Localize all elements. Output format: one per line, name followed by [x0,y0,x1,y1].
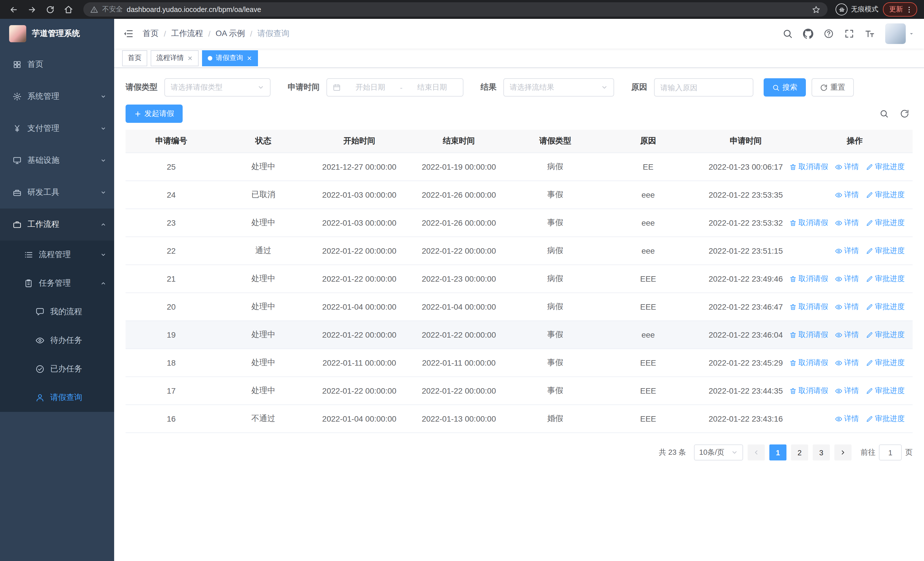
tab-process-detail[interactable]: 流程详情 [151,50,199,66]
tab-home[interactable]: 首页 [122,50,147,66]
approval-progress-link[interactable]: 审批进度 [866,274,904,284]
approval-progress-link[interactable]: 审批进度 [866,329,904,340]
sidebar-item-workflow[interactable]: 工作流程 [0,209,114,241]
cancel-leave-link[interactable]: 取消请假 [789,358,828,368]
table-row[interactable]: 18 处理中 2022-01-11 00:00:00 2022-01-11 00… [126,349,913,377]
filter-form: 请假类型 请选择请假类型 申请时间 开始日期 - 结束日期 [126,78,913,96]
detail-link[interactable]: 详情 [835,329,859,340]
breadcrumb-oa-example[interactable]: OA 示例 [216,29,245,39]
reset-button[interactable]: 重置 [812,78,854,96]
close-icon[interactable] [187,55,193,61]
forward-button[interactable] [25,3,39,16]
detail-link[interactable]: 详情 [835,218,859,228]
sidebar-item-done-tasks[interactable]: 已办任务 [0,355,114,384]
create-leave-button[interactable]: 发起请假 [126,105,183,123]
detail-link[interactable]: 详情 [835,386,859,396]
page-button-1[interactable]: 1 [770,444,786,460]
detail-link[interactable]: 详情 [835,302,859,312]
prev-page-button[interactable] [748,444,765,460]
table-row[interactable]: 22 通过 2022-01-22 00:00:00 2022-01-22 00:… [126,237,913,265]
approval-progress-link[interactable]: 审批进度 [866,302,904,312]
cancel-leave-link[interactable]: 取消请假 [789,386,828,396]
sidebar-item-process-management[interactable]: 流程管理 [0,241,114,269]
approval-progress-link[interactable]: 审批进度 [866,386,904,396]
sidebar-item-task-management[interactable]: 任务管理 [0,269,114,298]
detail-link[interactable]: 详情 [835,246,859,256]
table-row[interactable]: 19 处理中 2022-01-22 00:00:00 2022-01-22 00… [126,321,913,349]
user-menu[interactable] [885,23,915,44]
home-button[interactable] [62,3,75,16]
search-button[interactable]: 搜索 [764,78,806,96]
table-row[interactable]: 23 处理中 2022-01-03 00:00:00 2022-01-26 00… [126,209,913,237]
table-row[interactable]: 17 处理中 2022-01-22 00:00:00 2022-01-22 00… [126,377,913,405]
detail-link[interactable]: 详情 [835,414,859,424]
eye-icon [835,415,842,423]
bookmark-star-icon[interactable] [812,5,821,14]
sidebar-item-my-processes[interactable]: 我的流程 [0,298,114,326]
approval-progress-link[interactable]: 审批进度 [866,414,904,424]
apply-time-range-picker[interactable]: 开始日期 - 结束日期 [327,78,464,96]
page-button-2[interactable]: 2 [791,444,808,460]
cancel-leave-link[interactable]: 取消请假 [789,274,828,284]
tab-leave-query[interactable]: 请假查询 [202,50,258,66]
cancel-leave-link[interactable]: 取消请假 [789,329,828,340]
table-row[interactable]: 16 不通过 2022-01-04 00:00:00 2022-01-13 00… [126,405,913,433]
cancel-leave-link[interactable]: 取消请假 [789,302,828,312]
sidebar-item-system[interactable]: 系统管理 [0,81,114,113]
header-search-button[interactable] [783,29,793,39]
sidebar-item-payment[interactable]: 支付管理 [0,113,114,144]
approval-progress-link[interactable]: 审批进度 [866,190,904,200]
monitor-icon [12,156,22,165]
sidebar-collapse-button[interactable] [123,29,134,39]
detail-link[interactable]: 详情 [835,190,859,200]
help-button[interactable] [824,29,834,39]
cancel-leave-link[interactable]: 取消请假 [789,162,828,172]
page-size-select[interactable]: 10条/页 [694,444,743,460]
address-bar[interactable]: 不安全 dashboard.yudao.iocoder.cn/bpm/oa/le… [83,2,828,17]
sidebar-item-home[interactable]: 首页 [0,48,114,81]
page-button-3[interactable]: 3 [813,444,830,460]
table-row[interactable]: 25 处理中 2021-12-27 00:00:00 2022-01-19 00… [126,153,913,181]
search-icon [879,109,889,118]
leave-type-select[interactable]: 请选择请假类型 [164,78,270,96]
detail-link[interactable]: 详情 [835,162,859,172]
sidebar-item-devtools[interactable]: 研发工具 [0,176,114,209]
approval-progress-link[interactable]: 审批进度 [866,358,904,368]
app-logo[interactable]: 芋道管理系统 [0,19,114,48]
goto-page-input[interactable] [879,444,902,460]
table-row[interactable]: 20 处理中 2022-01-04 00:00:00 2022-01-04 00… [126,293,913,321]
toggle-search-button[interactable] [879,109,889,118]
incognito-icon [836,3,848,15]
table-row[interactable]: 21 处理中 2022-01-22 00:00:00 2022-01-23 00… [126,265,913,293]
reload-button[interactable] [44,3,57,16]
github-button[interactable] [803,29,813,39]
approval-progress-link[interactable]: 审批进度 [866,246,904,256]
table-body: 25 处理中 2021-12-27 00:00:00 2022-01-19 00… [126,153,913,433]
chevron-down-icon [257,84,264,91]
cancel-leave-link[interactable]: 取消请假 [789,218,828,228]
chevron-down-icon [100,94,106,99]
tabs-bar: 首页 流程详情 请假查询 [114,48,924,68]
breadcrumb-workflow[interactable]: 工作流程 [171,29,203,39]
fullscreen-button[interactable] [844,29,854,39]
approval-progress-link[interactable]: 审批进度 [866,162,904,172]
detail-link[interactable]: 详情 [835,358,859,368]
refresh-table-button[interactable] [900,109,909,118]
sidebar-item-infrastructure[interactable]: 基础设施 [0,144,114,176]
update-menu-button[interactable]: 更新 [883,2,917,17]
refresh-icon [900,109,909,118]
clipboard-icon [24,279,33,288]
font-size-button[interactable] [865,29,875,39]
detail-link[interactable]: 详情 [835,274,859,284]
sidebar-item-leave-query[interactable]: 请假查询 [0,384,114,412]
next-page-button[interactable] [834,444,852,460]
result-select[interactable]: 请选择流结果 [503,78,614,96]
reason-input[interactable] [654,78,753,96]
back-button[interactable] [7,3,21,16]
close-icon[interactable] [246,55,252,61]
approval-progress-link[interactable]: 审批进度 [866,218,904,228]
sidebar-item-todo-tasks[interactable]: 待办任务 [0,326,114,355]
goto-label: 前往 [861,447,876,457]
breadcrumb-home[interactable]: 首页 [142,29,159,39]
table-row[interactable]: 24 已取消 2022-01-03 00:00:00 2022-01-26 00… [126,181,913,209]
